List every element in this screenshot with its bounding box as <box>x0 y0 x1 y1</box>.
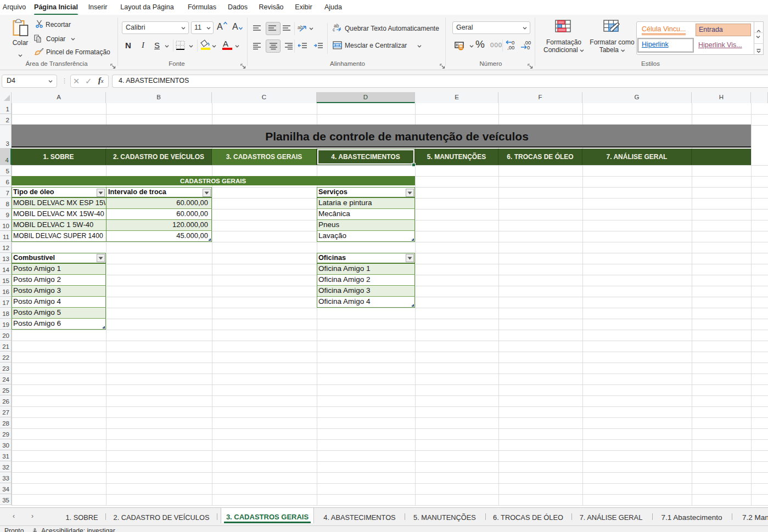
svg-text:0: 0 <box>527 44 530 50</box>
svg-text:,00: ,00 <box>507 44 514 50</box>
